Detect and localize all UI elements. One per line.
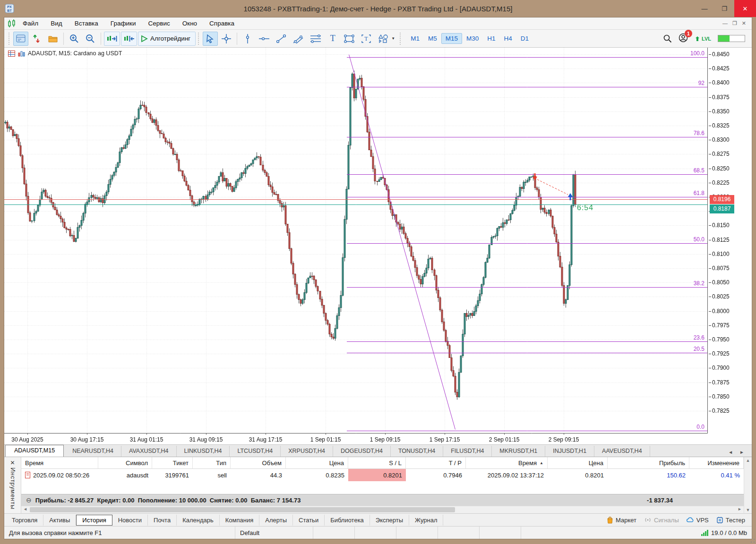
chart-shift-button[interactable] — [121, 32, 137, 46]
timeframe-D1[interactable]: D1 — [516, 33, 533, 44]
fibonacci-tool[interactable] — [307, 32, 324, 46]
close-button[interactable]: ✕ — [734, 0, 756, 17]
bottom-tab-Активы[interactable]: Активы — [43, 515, 76, 526]
chart-tab-MKRUSDT,H1[interactable]: MKRUSDT,H1 — [492, 446, 545, 457]
account-notifications[interactable]: 1 — [679, 33, 688, 44]
chart-tab-DOGEUSDT,H4[interactable]: DOGEUSDT,H4 — [333, 446, 391, 457]
text-tool[interactable]: T — [325, 32, 340, 46]
toolbox-close-icon[interactable]: ✕ — [10, 457, 15, 468]
chart-tab-INJUSDT,H1[interactable]: INJUSDT,H1 — [545, 446, 594, 457]
status-profile[interactable]: Default — [235, 527, 313, 539]
bottom-tab-Новости[interactable]: Новости — [112, 515, 148, 526]
bottom-tab-Алерты[interactable]: Алерты — [259, 515, 293, 526]
column-header-T / P[interactable]: T / P — [406, 457, 466, 468]
chart-type-icon[interactable] — [18, 51, 25, 57]
crosshair-tool-button[interactable] — [219, 32, 234, 46]
bottom-tab-История[interactable]: История — [76, 515, 112, 526]
toolbar-grip[interactable] — [400, 33, 402, 45]
zoom-out-button[interactable] — [83, 32, 98, 46]
bottom-tab-Компания[interactable]: Компания — [220, 515, 260, 526]
bottom-tab-Календарь[interactable]: Календарь — [177, 515, 220, 526]
vertical-scrollbar[interactable]: ▲ ▼ — [744, 457, 752, 513]
rectangle-tool[interactable] — [341, 32, 357, 46]
menu-item-Вставка[interactable]: Вставка — [69, 19, 104, 28]
toolbar-grip[interactable] — [198, 33, 200, 45]
profiles-folder-button[interactable] — [45, 32, 60, 46]
resize-grip[interactable] — [750, 538, 755, 543]
service-Сигналы[interactable]: Сигналы — [644, 517, 679, 524]
horizontal-scrollbar[interactable]: ◄ ► — [21, 506, 744, 513]
menu-item-Вид[interactable]: Вид — [44, 19, 68, 28]
timeframe-M1[interactable]: M1 — [406, 33, 424, 44]
chart-tab-FILUSDT,H4[interactable]: FILUSDT,H4 — [443, 446, 492, 457]
search-icon[interactable] — [663, 34, 672, 43]
tab-scroll-left-icon[interactable]: ◄ — [728, 450, 733, 455]
toolbar-grip[interactable] — [9, 33, 11, 45]
menu-item-Графики[interactable]: Графики — [104, 19, 142, 28]
zoom-in-button[interactable] — [67, 32, 82, 46]
menu-item-Сервис[interactable]: Сервис — [142, 19, 176, 28]
minimize-button[interactable]: — — [695, 0, 714, 17]
price-axis[interactable]: 0.84500.84250.84000.83750.83500.83250.83… — [708, 48, 752, 435]
column-header-Объем[interactable]: Объем — [231, 457, 286, 468]
column-header-Цена[interactable]: Цена — [286, 457, 348, 468]
service-Маркет[interactable]: Маркет — [607, 517, 636, 524]
algo-trading-button[interactable]: Алготрейдинг — [138, 32, 196, 46]
timeframe-M30[interactable]: M30 — [462, 33, 483, 44]
scroll-right-icon[interactable]: ► — [738, 507, 742, 511]
chart-tab-AVAXUSDT,H4[interactable]: AVAXUSDT,H4 — [121, 446, 177, 457]
chart-tab-LINKUSDT,H4[interactable]: LINKUSDT,H4 — [177, 446, 230, 457]
scroll-up-icon[interactable]: ▲ — [746, 458, 750, 463]
price-chart-canvas[interactable] — [4, 48, 708, 435]
tick-chart-button[interactable] — [29, 32, 44, 46]
chart-area[interactable]: ADAUSDT, M15: Cardano ag USDT 100.09278.… — [4, 48, 752, 444]
timeframe-M5[interactable]: M5 — [424, 33, 441, 44]
auto-scroll-button[interactable] — [104, 32, 120, 46]
level-indicator[interactable]: LVL — [695, 36, 711, 42]
scrollbar-thumb[interactable] — [30, 507, 455, 512]
chart-tab-ADAUSDT,M15[interactable]: ADAUSDT,M15 — [5, 445, 64, 457]
bottom-tab-Торговля[interactable]: Торговля — [6, 515, 43, 526]
mdi-close-icon[interactable]: ✕ — [742, 20, 746, 26]
scroll-left-icon[interactable]: ◄ — [23, 507, 27, 511]
bottom-tab-Статьи[interactable]: Статьи — [293, 515, 325, 526]
column-header-Цена[interactable]: Цена — [548, 457, 608, 468]
history-table-row[interactable]: 2025.09.02 08:50:26adausdt3199761sell44.… — [21, 469, 744, 481]
column-header-Тип[interactable]: Тип — [193, 457, 231, 468]
vertical-line-tool[interactable] — [240, 32, 255, 46]
bottom-tab-Библиотека[interactable]: Библиотека — [325, 515, 370, 526]
shapes-tool[interactable]: ▼ — [375, 32, 397, 46]
maximize-button[interactable]: ❐ — [714, 0, 734, 17]
toolbox-vertical-tab[interactable]: Инструменты — [9, 468, 16, 510]
text-label-tool[interactable]: T — [358, 32, 374, 46]
summary-collapse-icon[interactable]: ⊖ — [21, 496, 35, 504]
quotes-table-icon[interactable] — [8, 51, 15, 57]
channel-tool[interactable] — [290, 32, 306, 46]
menu-item-Файл[interactable]: Файл — [17, 19, 44, 28]
tab-scroll-right-icon[interactable]: ► — [739, 450, 744, 455]
column-header-Прибыль[interactable]: Прибыль — [608, 457, 689, 468]
trendline-tool[interactable] — [273, 32, 289, 46]
timeframe-M15[interactable]: M15 — [441, 33, 462, 44]
menu-item-Справка[interactable]: Справка — [203, 19, 241, 28]
cursor-tool-button[interactable] — [203, 32, 218, 46]
horizontal-line-tool[interactable] — [256, 32, 272, 46]
chart-tab-TONUSDT,H4[interactable]: TONUSDT,H4 — [391, 446, 443, 457]
time-axis[interactable]: 30 Aug 202530 Aug 17:1531 Aug 01:1531 Au… — [4, 435, 752, 444]
timeframe-H1[interactable]: H1 — [483, 33, 499, 44]
bottom-tab-Журнал[interactable]: Журнал — [409, 515, 443, 526]
chart-tab-XRPUSDT,H4[interactable]: XRPUSDT,H4 — [281, 446, 333, 457]
column-header-Изменение[interactable]: Изменение — [689, 457, 744, 468]
chart-tab-AAVEUSDT,H4[interactable]: AAVEUSDT,H4 — [594, 446, 650, 457]
mdi-minimize-icon[interactable]: — — [722, 20, 728, 26]
chart-tab-LTCUSDT,H4[interactable]: LTCUSDT,H4 — [230, 446, 281, 457]
bottom-tab-Эксперты[interactable]: Эксперты — [370, 515, 409, 526]
column-header-Тикет[interactable]: Тикет — [152, 457, 193, 468]
chart-tab-NEARUSDT,H4[interactable]: NEARUSDT,H4 — [65, 446, 121, 457]
column-header-Символ[interactable]: Символ — [98, 457, 152, 468]
scroll-down-icon[interactable]: ▼ — [746, 508, 750, 512]
timeframe-H4[interactable]: H4 — [500, 33, 516, 44]
new-chart-button[interactable] — [13, 32, 28, 46]
bottom-tab-Почта[interactable]: Почта — [148, 515, 177, 526]
column-header-Время[interactable]: Время▲ — [466, 457, 548, 468]
